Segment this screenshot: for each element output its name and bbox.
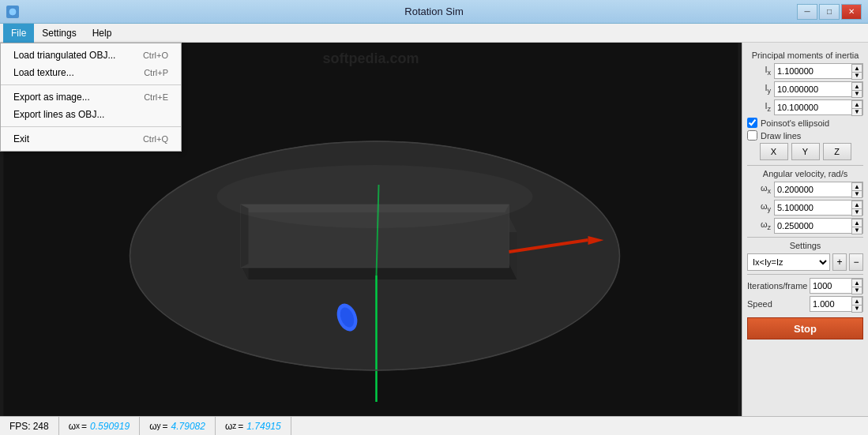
ix-label: Ix	[747, 65, 771, 77]
oy-row: ωy ▲ ▼	[747, 200, 863, 216]
menu-load-obj[interactable]: Load triangulated OBJ... Ctrl+O	[1, 47, 181, 64]
oy-label: ωy	[747, 201, 771, 213]
menu-file[interactable]: File	[3, 24, 34, 43]
settings-select[interactable]: Ix<Iy=Iz Ix=Iy<Iz Ix>Iy>Iz	[747, 253, 830, 271]
oz-input-wrapper: ▲ ▼	[774, 218, 863, 234]
iterations-spinner: ▲ ▼	[851, 279, 862, 294]
oy-status-eq: =	[163, 421, 168, 432]
iterations-spin-up[interactable]: ▲	[851, 279, 862, 287]
minus-button[interactable]: −	[849, 253, 863, 271]
menu-exit[interactable]: Exit Ctrl+Q	[1, 130, 181, 148]
svg-point-18	[217, 165, 533, 228]
plus-button[interactable]: +	[832, 253, 847, 271]
menu-help[interactable]: Help	[85, 24, 120, 43]
drawlines-row: Draw lines	[747, 130, 863, 141]
speed-input[interactable]	[813, 299, 849, 309]
menu-settings[interactable]: Settings	[34, 24, 84, 43]
ix-spin-up[interactable]: ▲	[851, 64, 862, 72]
fps-label: FPS:	[9, 421, 31, 432]
menubar: File Settings Help Load triangulated OBJ…	[0, 24, 868, 43]
fps-section: FPS: 248	[0, 417, 59, 435]
poinsots-row: Poinsot's ellipsoid	[747, 118, 863, 128]
oy-spin-down[interactable]: ▼	[851, 208, 862, 216]
iy-label: Iy	[747, 83, 771, 95]
drawlines-label[interactable]: Draw lines	[761, 131, 801, 141]
poinsots-label[interactable]: Poinsot's ellipsoid	[761, 118, 829, 128]
restore-button[interactable]: □	[819, 4, 840, 20]
oz-status-eq: =	[238, 421, 243, 432]
oz-row: ωz ▲ ▼	[747, 218, 863, 234]
oy-sub: y	[157, 422, 161, 430]
divider-3	[747, 274, 863, 275]
iy-input[interactable]	[777, 84, 849, 94]
iz-spin-up[interactable]: ▲	[851, 100, 862, 108]
iterations-input[interactable]	[813, 281, 849, 291]
ox-spin-up[interactable]: ▲	[851, 182, 862, 190]
right-panel: Principal moments of inertia Ix ▲ ▼ Iy ▲…	[742, 43, 868, 416]
oz-sub: z	[232, 422, 236, 430]
iy-spin-up[interactable]: ▲	[851, 82, 862, 90]
ix-spinner: ▲ ▼	[851, 64, 862, 80]
menu-separator-1	[1, 84, 181, 85]
iz-spin-down[interactable]: ▼	[851, 108, 862, 116]
iz-spinner: ▲ ▼	[851, 100, 862, 116]
ix-spin-down[interactable]: ▼	[851, 72, 862, 80]
divider-2	[747, 237, 863, 238]
poinsots-checkbox[interactable]	[747, 118, 757, 128]
iz-input[interactable]	[777, 103, 849, 112]
iz-label: Iz	[747, 101, 771, 113]
ox-spin-down[interactable]: ▼	[851, 190, 862, 198]
speed-spinner: ▲ ▼	[851, 297, 862, 313]
iy-spin-down[interactable]: ▼	[851, 90, 862, 98]
menu-export-image[interactable]: Export as image... Ctrl+E	[1, 88, 181, 106]
iterations-input-wrapper: ▲ ▼	[810, 278, 863, 294]
oy-input[interactable]	[777, 203, 849, 212]
oz-input[interactable]	[777, 221, 849, 231]
ox-row: ωx ▲ ▼	[747, 182, 863, 197]
speed-row: Speed ▲ ▼	[747, 296, 863, 312]
oz-label: ωz	[747, 219, 771, 231]
xyz-buttons: X Y Z	[747, 143, 863, 160]
ox-status-eq: =	[81, 421, 87, 432]
settings-title: Settings	[747, 241, 863, 250]
x-button[interactable]: X	[760, 143, 788, 160]
ox-section: ωx = 0.590919	[59, 417, 140, 435]
close-button[interactable]: ✕	[841, 4, 862, 20]
speed-spin-down[interactable]: ▼	[851, 305, 862, 313]
menu-load-texture[interactable]: Load texture... Ctrl+P	[1, 64, 181, 81]
oz-section: ωz = 1.74915	[216, 417, 291, 435]
oy-status-value: 4.79082	[171, 421, 205, 432]
oz-spin-up[interactable]: ▲	[851, 219, 862, 227]
ix-input[interactable]	[777, 66, 849, 76]
ox-input-wrapper: ▲ ▼	[774, 182, 863, 197]
menu-separator-2	[1, 126, 181, 127]
iy-input-wrapper: ▲ ▼	[774, 81, 863, 97]
oz-spin-down[interactable]: ▼	[851, 227, 862, 234]
ox-input[interactable]	[777, 185, 849, 194]
oz-status-label: ω	[225, 421, 232, 432]
titlebar: Rotation Sim ─ □ ✕	[0, 0, 868, 24]
iy-row: Iy ▲ ▼	[747, 81, 863, 97]
ox-label: ωx	[747, 183, 771, 195]
window-title: Rotation Sim	[404, 6, 463, 17]
oy-spin-up[interactable]: ▲	[851, 201, 862, 208]
iz-row: Iz ▲ ▼	[747, 99, 863, 115]
stop-button[interactable]: Stop	[747, 317, 863, 339]
ox-spinner: ▲ ▼	[851, 182, 862, 198]
iterations-spin-down[interactable]: ▼	[851, 287, 862, 294]
y-button[interactable]: Y	[791, 143, 820, 160]
app-icon	[6, 6, 19, 18]
ox-status-value: 0.590919	[90, 421, 130, 432]
iterations-label: Iterations/frame	[747, 281, 806, 291]
svg-point-0	[9, 8, 17, 16]
oy-status-label: ω	[149, 421, 156, 432]
drawlines-checkbox[interactable]	[747, 130, 757, 141]
menu-export-lines[interactable]: Export lines as OBJ...	[1, 106, 181, 123]
oz-status-value: 1.74915	[246, 421, 280, 432]
divider-1	[747, 165, 863, 166]
minimize-button[interactable]: ─	[797, 4, 817, 20]
speed-spin-up[interactable]: ▲	[851, 297, 862, 305]
iterations-row: Iterations/frame ▲ ▼	[747, 278, 863, 294]
z-button[interactable]: Z	[823, 143, 851, 160]
iz-input-wrapper: ▲ ▼	[774, 99, 863, 115]
